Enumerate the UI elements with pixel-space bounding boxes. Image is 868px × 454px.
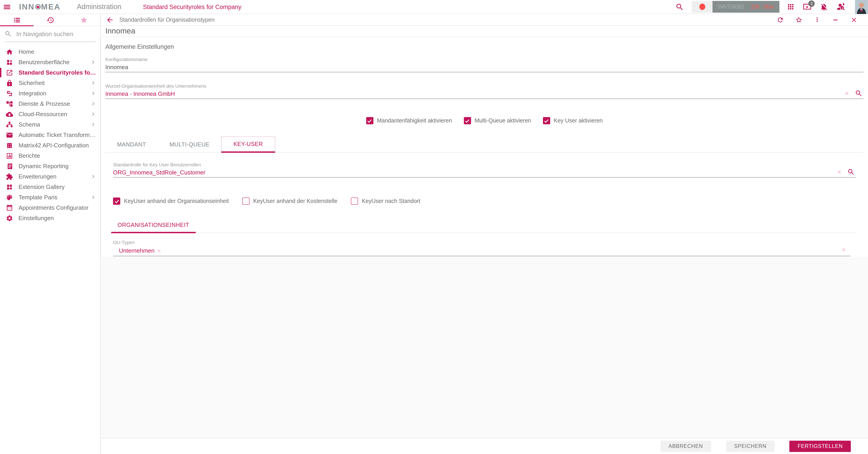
sidebar-item-template-paris[interactable]: Template Paris: [0, 192, 100, 202]
mail-icon: [6, 131, 13, 138]
user-management-button[interactable]: [836, 2, 845, 11]
checkbox-keyuser-anhand-der-organisationseinheit[interactable]: KeyUser anhand der Organisationseinheit: [113, 197, 229, 205]
sidebar-item-home[interactable]: Home: [0, 46, 100, 57]
sidebar-item-label: Berichte: [19, 152, 97, 159]
star-icon: [80, 16, 88, 24]
clear-icon[interactable]: ×: [837, 168, 841, 175]
sidebar-item-label: Benutzeroberfläche: [19, 59, 90, 66]
menu-icon: [2, 2, 11, 11]
chip-label: Unternehmen: [119, 247, 155, 254]
ou-types-field: OU-Typen Unternehmen × ×: [113, 239, 850, 256]
user-search-icon: [836, 2, 845, 11]
avatar-image: [855, 0, 868, 14]
bell-off-icon: [819, 2, 828, 11]
api-icon: [6, 142, 13, 149]
user-avatar[interactable]: [855, 0, 868, 14]
sidebar-item-standard-securityroles-for-company[interactable]: Standard Securityroles for Company: [0, 67, 100, 78]
notifications-muted-button[interactable]: [819, 2, 828, 11]
root-ou-input[interactable]: Innomea - Innomea GmbH: [105, 90, 864, 99]
sidebar-item-automatic-ticket-transformation-co[interactable]: Automatic Ticket Transformation Co...: [0, 130, 100, 140]
save-button[interactable]: SPEICHERN: [726, 441, 775, 452]
navigation-search-input[interactable]: [16, 30, 83, 38]
screen-share-button[interactable]: 3: [803, 2, 811, 11]
field-label: Konfigurationsname: [105, 57, 864, 62]
more-options-button[interactable]: [814, 16, 820, 23]
checkbox-checked-icon: [543, 117, 550, 124]
empty-background: [101, 257, 868, 438]
checkbox-key-user-aktivieren[interactable]: Key User aktivieren: [543, 117, 603, 124]
sidebar-item-label: Sicherheit: [19, 79, 90, 86]
topbar-actions: INNT09381 22h : 05m 3: [671, 0, 868, 13]
workspace-tab[interactable]: Standard Securityroles for Company: [143, 3, 241, 10]
sidebar-item-dienste-prozesse[interactable]: Dienste & Prozesse: [0, 99, 100, 109]
chart-icon: [6, 152, 13, 159]
sidebar-item-benutzeroberfl-che[interactable]: Benutzeroberfläche: [0, 57, 100, 67]
minimize-button[interactable]: [832, 16, 839, 23]
cancel-button[interactable]: ABBRECHEN: [660, 441, 711, 452]
clear-icon[interactable]: ×: [845, 90, 849, 97]
breadcrumb: Standardrollen für Organisationstypen: [119, 17, 215, 23]
checkbox-keyuser-anhand-der-kostenstelle[interactable]: KeyUser anhand der Kostenstelle: [242, 197, 337, 205]
sidebar-item-label: Dynamic Reporting: [19, 163, 97, 169]
checkbox-checked-icon: [464, 117, 471, 124]
sidebar-item-label: Template Paris: [19, 194, 90, 201]
global-search-button[interactable]: [675, 2, 684, 11]
sidebar-item-label: Integration: [19, 90, 90, 97]
form-card: Allgemeine Einstellungen Konfigurationsn…: [101, 37, 868, 257]
lookup-button[interactable]: [847, 168, 855, 176]
sidebar-tab-favorites[interactable]: [67, 14, 100, 26]
hamburger-menu-icon[interactable]: [0, 0, 13, 14]
session-status-widget: INNT09381 22h : 05m: [712, 1, 779, 13]
logo-o-mark: [35, 4, 40, 9]
launch-icon: [6, 69, 13, 76]
arrow-back-icon: [106, 15, 114, 24]
sidebar-item-label: Cloud-Ressourcen: [19, 111, 90, 118]
chip-remove-icon[interactable]: ×: [157, 248, 161, 254]
sidebar-item-integration[interactable]: Integration: [0, 88, 100, 99]
refresh-button[interactable]: [777, 16, 784, 23]
checkbox-label: Mandantenfähigkeit aktivieren: [377, 118, 452, 124]
finish-button[interactable]: FERTIGSTELLEN: [789, 441, 851, 452]
sidebar-item-dynamic-reporting[interactable]: Dynamic Reporting: [0, 161, 100, 171]
sidebar-item-berichte[interactable]: Berichte: [0, 151, 100, 161]
sidebar-item-erweiterungen[interactable]: Erweiterungen: [0, 171, 100, 182]
tab-mandant[interactable]: MANDANT: [105, 136, 158, 153]
close-button[interactable]: [850, 16, 858, 23]
tab-multi-queue[interactable]: MULTI-QUEUE: [158, 136, 221, 153]
checkbox-label: KeyUser nach Standort: [362, 198, 421, 204]
sidebar-item-extension-gallery[interactable]: Extension Gallery: [0, 182, 100, 192]
clear-icon[interactable]: ×: [842, 246, 846, 254]
sidebar-item-einstellungen[interactable]: Einstellungen: [0, 213, 100, 223]
section-title: Allgemeine Einstellungen: [105, 43, 864, 50]
sidebar-item-cloud-ressourcen[interactable]: Cloud-Ressourcen: [0, 109, 100, 119]
close-icon: [850, 16, 858, 23]
checkbox-keyuser-nach-standort[interactable]: KeyUser nach Standort: [351, 197, 421, 205]
recording-indicator[interactable]: [692, 1, 712, 13]
tab-organisationseinheit[interactable]: ORGANISATIONSEINHEIT: [111, 218, 195, 233]
checkbox-multi-queue-aktivieren[interactable]: Multi-Queue aktivieren: [464, 117, 531, 124]
schema-icon: [6, 121, 13, 128]
ou-types-input[interactable]: Unternehmen ×: [113, 247, 850, 256]
config-name-input[interactable]: Innomea: [105, 64, 864, 72]
logo-o-dot: [36, 6, 39, 8]
sidebar-item-label: Standard Securityroles for Company: [19, 69, 97, 76]
checkbox-mandantenf-higkeit-aktivieren[interactable]: Mandantenfähigkeit aktivieren: [366, 117, 452, 124]
sidebar-item-label: Schema: [19, 121, 90, 128]
sidebar-tab-navigation[interactable]: [0, 14, 33, 26]
lock-icon: [6, 79, 13, 87]
main-area: Standardrollen für Organisationstypen In…: [101, 14, 868, 454]
sidebar-item-sicherheit[interactable]: Sicherheit: [0, 78, 100, 88]
sidebar-item-matrix42-api-configuration[interactable]: Matrix42 API-Configuration: [0, 140, 100, 151]
lookup-button[interactable]: [855, 90, 863, 97]
sidebar-tab-history[interactable]: [33, 14, 67, 26]
keyuser-role-input[interactable]: ORG_Innomea_StdRole_Customer: [113, 169, 856, 177]
sidebar-tabs: [0, 14, 100, 26]
app-grid-button[interactable]: [786, 3, 795, 11]
back-button[interactable]: [106, 15, 114, 24]
favorite-button[interactable]: [795, 16, 802, 23]
sidebar-item-schema[interactable]: Schema: [0, 119, 100, 130]
tab-key-user[interactable]: KEY-USER: [221, 136, 275, 153]
sidebar-item-label: Matrix42 API-Configuration: [19, 142, 97, 149]
chevron-right-icon: [90, 194, 97, 201]
sidebar-item-appointments-configurator[interactable]: Appointments Configurator: [0, 202, 100, 213]
